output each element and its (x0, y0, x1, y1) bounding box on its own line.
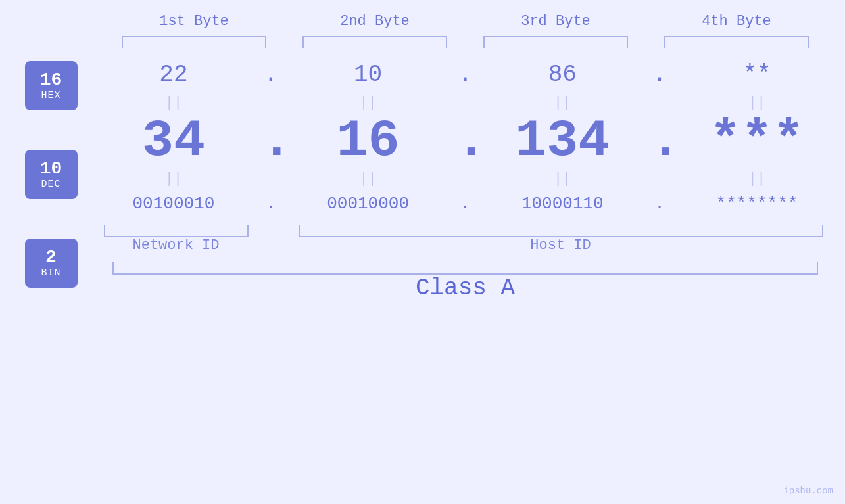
byte-header-4: 4th Byte (658, 13, 815, 30)
watermark: ipshu.com (783, 486, 833, 496)
bin-dot-3: . (650, 194, 669, 214)
base-badges-column: 16 HEX 10 DEC 2 BIN (9, 55, 94, 288)
bin-dot-1: . (261, 194, 281, 214)
bin-cell-2: 00010000 (296, 187, 441, 220)
equals-row-2: || || || || (94, 171, 837, 187)
bracket-byte-2 (302, 36, 447, 48)
hex-badge: 16 HEX (25, 61, 78, 110)
host-id-bracket (299, 225, 823, 237)
hex-dot-1: . (261, 61, 281, 88)
data-content: 22 . 10 . 86 . ** || || || || 34 (94, 55, 837, 302)
dec-data-row: 34 . 16 . 134 . *** (94, 111, 837, 171)
dec-label: DEC (41, 179, 60, 190)
dec-num: 10 (40, 159, 62, 179)
hex-cell-1: 22 (101, 55, 246, 95)
bin-cell-4: ******** (685, 187, 829, 220)
eq1-1: || (101, 95, 246, 111)
bin-data-row: 00100010 . 00010000 . 10000110 . *******… (94, 187, 837, 220)
bracket-byte-3 (483, 36, 628, 48)
equals-row-1: || || || || (94, 95, 837, 111)
eq1-4: || (685, 95, 829, 111)
main-container: 1st Byte 2nd Byte 3rd Byte 4th Byte 16 H… (0, 0, 845, 504)
dec-cell-2: 16 (296, 112, 441, 171)
top-brackets (104, 36, 827, 48)
hex-data-row: 22 . 10 . 86 . ** (94, 55, 837, 95)
dec-badge: 10 DEC (25, 150, 78, 199)
hex-dot-2: . (455, 61, 475, 88)
byte-headers-row: 1st Byte 2nd Byte 3rd Byte 4th Byte (104, 13, 827, 30)
byte-header-2: 2nd Byte (296, 13, 454, 30)
dec-cell-3: 134 (490, 112, 635, 171)
byte-header-3: 3rd Byte (477, 13, 635, 30)
eq2-1: || (101, 171, 246, 187)
hex-cell-3: 86 (490, 55, 635, 95)
eq1-2: || (296, 95, 441, 111)
byte-header-1: 1st Byte (115, 13, 273, 30)
bin-cell-3: 10000110 (490, 187, 635, 220)
network-id-section: Network ID (94, 225, 258, 254)
bracket-byte-4 (664, 36, 809, 48)
eq2-4: || (685, 171, 829, 187)
eq1-3: || (490, 95, 635, 111)
class-a-section: Class A (94, 262, 837, 302)
eq2-2: || (296, 171, 441, 187)
hex-cell-2: 10 (296, 55, 441, 95)
dec-cell-1: 34 (101, 112, 246, 171)
bracket-byte-1 (122, 36, 266, 48)
hex-dot-3: . (650, 61, 669, 88)
class-a-bracket (112, 262, 819, 275)
dec-dot-3: . (650, 111, 669, 171)
network-id-bracket (104, 225, 249, 237)
bottom-brackets-labels: Network ID Host ID (94, 225, 837, 254)
bin-dot-2: . (455, 194, 475, 214)
bin-cell-1: 00100010 (101, 187, 246, 220)
network-id-label: Network ID (132, 237, 219, 254)
host-id-section: Host ID (285, 225, 837, 254)
rows-wrapper: 16 HEX 10 DEC 2 BIN 22 . 10 . 86 . ** (9, 55, 837, 302)
bin-badge: 2 BIN (25, 239, 78, 288)
hex-label: HEX (41, 90, 60, 101)
eq2-3: || (490, 171, 635, 187)
dec-dot-2: . (455, 111, 475, 171)
bin-num: 2 (45, 248, 57, 268)
hex-cell-4: ** (685, 55, 829, 95)
dec-cell-4: *** (685, 112, 829, 171)
bin-label: BIN (41, 267, 60, 279)
dec-dot-1: . (261, 111, 281, 171)
hex-num: 16 (40, 70, 62, 91)
host-id-label: Host ID (530, 237, 591, 254)
class-a-label: Class A (416, 275, 515, 302)
